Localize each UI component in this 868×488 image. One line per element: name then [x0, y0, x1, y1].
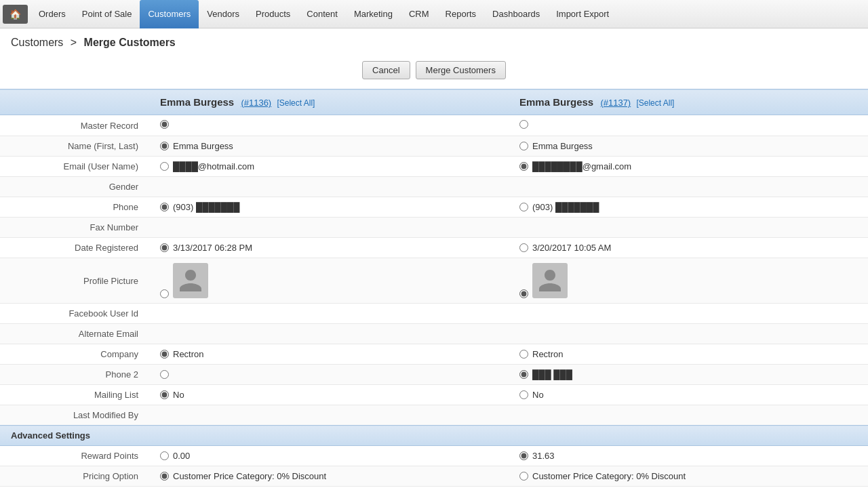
left-select-all[interactable]: [Select All]	[277, 98, 315, 108]
nav-vendors[interactable]: Vendors	[199, 0, 248, 28]
left-field-radio[interactable]	[160, 472, 169, 481]
left-value-cell	[149, 115, 509, 136]
left-field-radio[interactable]	[160, 350, 169, 359]
nav-customers[interactable]: Customers	[140, 0, 199, 28]
left-field-radio[interactable]	[160, 451, 169, 460]
left-value-cell	[149, 258, 509, 304]
table-row: Phone(903) ███████(903) ███████	[0, 197, 868, 218]
right-select-all[interactable]: [Select All]	[636, 98, 674, 108]
row-label: Company	[0, 344, 149, 365]
right-field-radio[interactable]	[519, 243, 528, 252]
left-field-radio[interactable]	[160, 390, 169, 399]
right-value-cell	[509, 218, 868, 238]
row-label: Phone 2	[0, 365, 149, 385]
right-value-cell: ████████@gmail.com	[509, 157, 868, 177]
left-value-cell: ████@hotmail.com	[149, 157, 509, 177]
left-profile-pic-radio[interactable]	[160, 289, 169, 298]
left-value-cell	[149, 405, 509, 426]
nav-orders[interactable]: Orders	[31, 0, 74, 28]
table-row: Reward Points0.0031.63	[0, 446, 868, 466]
table-row: Date Registered3/13/2017 06:28 PM3/20/20…	[0, 238, 868, 258]
left-field-radio[interactable]	[160, 370, 169, 379]
nav-crm[interactable]: CRM	[401, 0, 437, 28]
right-value-cell: 31.63	[509, 446, 868, 466]
left-master-radio[interactable]	[160, 120, 169, 129]
nav-products[interactable]: Products	[248, 0, 298, 28]
row-label: Pricing Option	[0, 466, 149, 487]
left-field-value: No	[173, 390, 184, 400]
left-customer-id-link[interactable]: (#1136)	[241, 98, 271, 108]
right-value-cell: 3/20/2017 10:05 AM	[509, 238, 868, 258]
nav-content[interactable]: Content	[298, 0, 346, 28]
right-field-value: Rectron	[532, 349, 564, 359]
nav-point-of-sale[interactable]: Point of Sale	[74, 0, 140, 28]
nav-dashboards[interactable]: Dashboards	[484, 0, 548, 28]
table-row: Mailing ListNoNo	[0, 385, 868, 405]
row-label: Reward Points	[0, 446, 149, 466]
right-customer-header: Emma Burgess (#1137) [Select All]	[509, 89, 868, 115]
right-value-cell: Emma Burgess	[509, 136, 868, 157]
breadcrumb: Customers > Merge Customers	[0, 28, 868, 54]
left-customer-header: Emma Burgess (#1136) [Select All]	[149, 89, 509, 115]
table-row: CompanyRectronRectron	[0, 344, 868, 365]
right-field-radio[interactable]	[519, 370, 528, 379]
row-label: Phone	[0, 197, 149, 218]
right-field-value: ███ ███	[532, 369, 572, 380]
right-profile-picture	[532, 263, 568, 298]
table-row: Facebook User Id	[0, 304, 868, 324]
nav-reports[interactable]: Reports	[437, 0, 485, 28]
left-field-radio[interactable]	[160, 203, 169, 211]
left-value-cell: Emma Burgess	[149, 136, 509, 157]
left-value-cell	[149, 324, 509, 344]
merge-customers-button[interactable]: Merge Customers	[416, 61, 506, 79]
row-label: Gender	[0, 177, 149, 197]
row-label: Master Record	[0, 115, 149, 136]
left-field-value: ████@hotmail.com	[173, 161, 254, 171]
left-value-cell	[149, 304, 509, 324]
left-value-cell: (903) ███████	[149, 197, 509, 218]
left-field-radio[interactable]	[160, 162, 169, 171]
right-profile-pic-radio[interactable]	[519, 289, 528, 298]
right-value-cell	[509, 324, 868, 344]
merge-table: Emma Burgess (#1136) [Select All] Emma B…	[0, 89, 868, 488]
table-row: Alternate Email	[0, 324, 868, 344]
table-row: Pricing OptionCustomer Price Category: 0…	[0, 466, 868, 487]
left-value-cell	[149, 177, 509, 197]
table-row: Master Record	[0, 115, 868, 136]
advanced-settings-header: Advanced Settings	[0, 426, 868, 446]
right-field-value: No	[532, 390, 544, 400]
row-label: Date Registered	[0, 238, 149, 258]
table-row: Fax Number	[0, 218, 868, 238]
table-row: Phone 2███ ███	[0, 365, 868, 385]
right-field-radio[interactable]	[519, 203, 528, 211]
row-label: Mailing List	[0, 385, 149, 405]
right-field-radio[interactable]	[519, 350, 528, 359]
right-field-radio[interactable]	[519, 451, 528, 460]
right-field-radio[interactable]	[519, 162, 528, 171]
left-value-cell: 3/13/2017 06:28 PM	[149, 238, 509, 258]
right-field-radio[interactable]	[519, 142, 528, 150]
left-field-radio[interactable]	[160, 142, 169, 150]
left-field-value: Customer Price Category: 0% Discount	[173, 471, 326, 481]
right-field-radio[interactable]	[519, 390, 528, 399]
row-label: Profile Picture	[0, 258, 149, 304]
row-label: Last Modified By	[0, 405, 149, 426]
home-button[interactable]: 🏠	[3, 5, 28, 24]
right-field-value: Customer Price Category: 0% Discount	[532, 471, 686, 481]
table-row: Gender	[0, 177, 868, 197]
right-customer-id-link[interactable]: (#1137)	[600, 98, 631, 108]
label-column-header	[0, 89, 149, 115]
table-row: Profile Picture	[0, 258, 868, 304]
right-field-value: (903) ███████	[532, 202, 599, 212]
right-value-cell	[509, 177, 868, 197]
breadcrumb-parent[interactable]: Customers	[11, 37, 63, 48]
right-value-cell: (903) ███████	[509, 197, 868, 218]
nav-import-export[interactable]: Import Export	[548, 0, 617, 28]
left-field-value: Rectron	[173, 349, 204, 359]
nav-marketing[interactable]: Marketing	[346, 0, 401, 28]
right-field-radio[interactable]	[519, 472, 528, 481]
cancel-button[interactable]: Cancel	[362, 61, 410, 79]
right-field-value: Emma Burgess	[532, 141, 593, 151]
right-master-radio[interactable]	[519, 120, 528, 129]
left-field-radio[interactable]	[160, 243, 169, 252]
